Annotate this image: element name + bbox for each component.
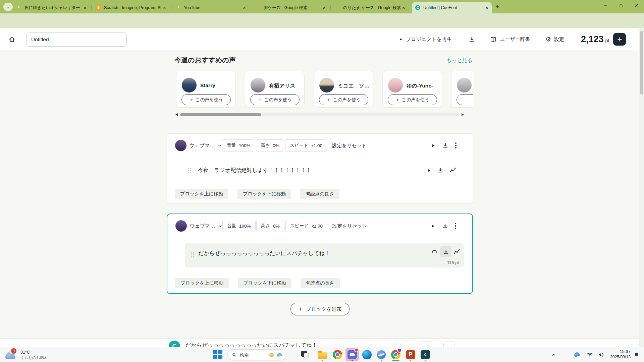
window-minimize-button[interactable] bbox=[598, 0, 613, 11]
taskbar-discord-active[interactable] bbox=[345, 348, 359, 361]
user-dictionary-button[interactable]: ユーザー辞書 bbox=[490, 28, 530, 50]
tray-sphere-icon[interactable] bbox=[574, 347, 580, 362]
play-project-button[interactable]: プロジェクトを再生 bbox=[398, 28, 452, 50]
taskbar-sphere-app[interactable] bbox=[375, 348, 388, 361]
speaker-selector[interactable]: ウェブマ… bbox=[190, 220, 223, 232]
use-voice-button[interactable]: この声を使う bbox=[250, 94, 300, 105]
tab-close-icon[interactable] bbox=[321, 5, 327, 11]
use-voice-button[interactable]: この声を使う bbox=[181, 94, 231, 105]
line-text[interactable]: だからぜっっっっっっっっったいにスパチャしてね！ bbox=[198, 250, 330, 257]
carousel-scroll-right-arrow[interactable] bbox=[462, 113, 464, 116]
see-more-link[interactable]: もっと見る bbox=[447, 57, 472, 64]
tab-close-icon[interactable] bbox=[161, 5, 167, 11]
voice-block-2-selected[interactable]: ウェブマ… 音量 100% 高さ 0% スピード x1.00 設定をリセット bbox=[167, 214, 473, 294]
taskbar-chrome[interactable] bbox=[331, 348, 344, 361]
block-download-icon[interactable] bbox=[442, 142, 449, 149]
block-play-icon[interactable] bbox=[431, 143, 436, 148]
drag-handle-icon[interactable] bbox=[191, 252, 194, 257]
block-play-icon[interactable] bbox=[430, 224, 435, 229]
settings-button[interactable]: ⚙ 設定 bbox=[545, 28, 564, 50]
speaker-selector[interactable]: ウェブマ… bbox=[189, 139, 222, 152]
voice-card-partial[interactable] bbox=[451, 71, 473, 108]
speaker-avatar[interactable] bbox=[175, 220, 187, 232]
add-points-button[interactable] bbox=[613, 33, 626, 46]
start-button[interactable] bbox=[213, 350, 223, 360]
accent-editor-icon[interactable] bbox=[449, 167, 457, 174]
tab-search-button[interactable] bbox=[3, 3, 13, 11]
page-scrollbar-thumb[interactable] bbox=[640, 31, 643, 95]
volume-icon[interactable] bbox=[598, 347, 605, 362]
tab-close-icon[interactable] bbox=[484, 5, 490, 11]
speed-chip[interactable]: スピード x1.00 bbox=[285, 139, 327, 152]
tab-google-search-noritama[interactable]: のりたま ケース - Google 検索 bbox=[332, 2, 409, 13]
speaker-avatar[interactable] bbox=[175, 140, 186, 151]
window-close-button[interactable] bbox=[629, 0, 644, 11]
project-title-input[interactable] bbox=[26, 33, 127, 47]
tray-show-hidden-icons[interactable] bbox=[551, 347, 556, 362]
text-line[interactable]: 今夜、ラジオ配信絶対します！！！！！！！！ bbox=[188, 164, 311, 177]
use-voice-button[interactable]: この声を使う bbox=[388, 94, 437, 105]
reset-settings-button[interactable]: 設定をリセット bbox=[332, 139, 367, 152]
folder-icon bbox=[318, 352, 327, 359]
new-tab-button[interactable] bbox=[494, 3, 501, 10]
carousel-scrollbar-thumb[interactable] bbox=[180, 113, 261, 116]
youtube-favicon bbox=[16, 5, 22, 10]
use-voice-button[interactable]: この声を使う bbox=[319, 94, 368, 105]
punctuation-length-button[interactable]: 句読点の長さ bbox=[301, 278, 340, 288]
tab-separator bbox=[171, 5, 171, 10]
line-download-icon[interactable] bbox=[437, 167, 444, 174]
task-view-button[interactable] bbox=[301, 351, 309, 358]
taskbar-clock[interactable]: 15:37 2025/09/13 bbox=[605, 349, 631, 359]
project-download-button[interactable] bbox=[468, 28, 475, 50]
move-block-down-button[interactable]: ブロックを下に移動 bbox=[238, 278, 291, 288]
tab-coefont-active[interactable]: C Untitled | CoeFont bbox=[412, 2, 492, 13]
voice-card-starry[interactable]: Starry この声を使う bbox=[176, 71, 236, 108]
text-editor-box[interactable]: だからぜっっっっっっっっったいにスパチャしてね！ 115 pt bbox=[185, 243, 464, 267]
use-voice-button[interactable] bbox=[457, 94, 473, 105]
line-play-icon[interactable] bbox=[426, 168, 431, 173]
taskbar-search-box[interactable]: 検索 bbox=[227, 349, 286, 360]
line-text[interactable]: 今夜、ラジオ配信絶対します！！！！！！！！ bbox=[198, 167, 311, 174]
block-menu-icon[interactable] bbox=[455, 223, 456, 229]
speed-chip[interactable]: スピード x1.00 bbox=[285, 220, 327, 232]
voice-card-alice[interactable]: 有栖アリス この声を使う bbox=[245, 71, 305, 108]
block-menu-icon[interactable] bbox=[455, 142, 457, 148]
drag-handle-icon[interactable] bbox=[188, 168, 191, 173]
app-home-icon[interactable] bbox=[8, 36, 16, 43]
tab-close-icon[interactable] bbox=[400, 5, 407, 11]
tab-scratch[interactable]: S Scratch - Imagine, Program, Sha bbox=[93, 2, 169, 13]
volume-chip[interactable]: 音量 100% bbox=[222, 139, 255, 152]
tab-youtube[interactable]: YouTube bbox=[172, 2, 249, 13]
taskbar-file-explorer[interactable] bbox=[316, 348, 329, 361]
pitch-chip[interactable]: 高さ 0% bbox=[256, 220, 284, 232]
punctuation-length-button[interactable]: 句読点の長さ bbox=[300, 189, 339, 199]
reset-settings-button[interactable]: 設定をリセット bbox=[332, 220, 367, 232]
weather-widget[interactable]: 9 31°C くもりのち晴れ bbox=[5, 348, 48, 360]
voice-block-1[interactable]: ウェブマ… 音量 100% 高さ 0% スピード x1.00 設定をリセット bbox=[167, 133, 473, 204]
pitch-chip[interactable]: 高さ 0% bbox=[256, 139, 284, 152]
move-block-down-button[interactable]: ブロックを下に移動 bbox=[237, 189, 291, 199]
tray-x-icon[interactable] bbox=[563, 347, 568, 362]
taskbar-edge[interactable] bbox=[360, 348, 374, 361]
move-block-up-button[interactable]: ブロックを上に移動 bbox=[175, 189, 228, 199]
taskbar-chrome-profile-active[interactable] bbox=[389, 348, 402, 361]
volume-chip[interactable]: 音量 100% bbox=[222, 220, 256, 232]
tab-close-icon[interactable] bbox=[82, 5, 88, 11]
tab-google-search-egg[interactable]: 卵ケース - Google 検索 bbox=[252, 2, 329, 13]
move-block-up-button[interactable]: ブロックを上に移動 bbox=[175, 278, 229, 288]
tab-youtube-guitar[interactable]: 夜に聴きたいオシャレギター - YouTu bbox=[13, 2, 90, 13]
line-download-button[interactable] bbox=[440, 246, 451, 257]
page-scrollbar[interactable] bbox=[639, 28, 644, 347]
tab-close-icon[interactable] bbox=[241, 5, 247, 11]
taskbar-dark-app[interactable] bbox=[419, 348, 432, 361]
taskbar-powerpoint[interactable]: P bbox=[404, 348, 417, 361]
voice-card-mikoe[interactable]: ミコエ ソ… この声を使う bbox=[314, 71, 373, 108]
carousel-scroll-left-arrow[interactable] bbox=[175, 113, 178, 116]
accent-editor-icon[interactable] bbox=[453, 248, 461, 255]
add-block-button[interactable]: ブロックを追加 bbox=[290, 303, 350, 315]
notification-bell-icon[interactable] bbox=[633, 347, 640, 362]
wifi-icon[interactable] bbox=[586, 347, 593, 362]
block-download-icon[interactable] bbox=[442, 223, 448, 229]
window-maximize-button[interactable] bbox=[613, 0, 629, 11]
voice-card-yuno[interactable]: ゆの-Yuno- この声を使う bbox=[382, 71, 442, 108]
